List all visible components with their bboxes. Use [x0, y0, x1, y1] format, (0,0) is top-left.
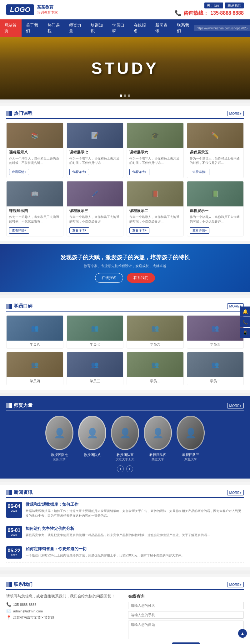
contact-label: 联系我们	[14, 581, 32, 587]
nav-register[interactable]: 在线报名	[129, 19, 151, 37]
teacher-photo-1: 👤	[45, 416, 73, 450]
student-image-2: 👥	[67, 316, 123, 341]
contact-more[interactable]: MORE+	[227, 582, 244, 587]
course-detail-link-8[interactable]: 查看详情+	[190, 227, 210, 234]
hero-dot-2[interactable]	[124, 94, 126, 97]
student-name-8: 学员一	[187, 377, 244, 385]
header-links: 关于我们 联系我们	[204, 3, 244, 8]
nav-teachers[interactable]: 师资力量	[65, 19, 86, 37]
hot-courses-section: 热门课程 MORE+ 📚 课程展示八 作为一个培导人，当你和员工去沟通的时候，不…	[0, 106, 250, 241]
logo-area: LOGO 某某教育 培训教育专家	[6, 4, 58, 15]
contact-grid: 请填写与您信息，或者直接联系我们，我们会给您快的问题回复！ 📞 135-8888…	[6, 594, 244, 644]
news-item-2: 05-01 2023 如何进行竞争性定价的分析 要提高竞争力，就是把竞争使用更多…	[6, 526, 244, 542]
header-phone: 📞 咨询热线： 135·8888·8888	[175, 10, 244, 17]
email-icon: ✉️	[6, 609, 11, 613]
contact-info: 📞 135-8888-8888 ✉️ admin@admin.com 📍 江苏省…	[6, 602, 122, 620]
float-notification-btn[interactable]: 🔔	[240, 307, 250, 317]
teacher-photo-3: 👤	[111, 416, 139, 450]
course-card-3: 🎓 课程展示六 作为一个培导人，当你和员工去沟通的时候，不仅仅是告诉… 查看详情…	[127, 123, 184, 178]
phone-icon: 📞	[6, 602, 11, 607]
student-image-5: 👥	[7, 352, 63, 377]
course-detail-link-1[interactable]: 查看详情+	[9, 169, 29, 175]
course-info-8: 课程展示一 作为一个培导人，当你和员工去沟通的时候，不仅仅是告诉…	[187, 206, 244, 226]
student-name-3: 学员六	[127, 341, 183, 348]
nav-home[interactable]: 网站首页	[0, 19, 22, 37]
nav-news[interactable]: 新闻资讯	[151, 19, 172, 37]
promo-buttons: 在线报名 联系我们	[6, 273, 244, 283]
teachers-more[interactable]: MORE+	[227, 403, 244, 408]
scroll-to-top-btn[interactable]: ▲	[238, 629, 247, 638]
nav-contact[interactable]: 联系我们	[172, 19, 194, 37]
contact-phone-input[interactable]	[128, 611, 244, 619]
hot-courses-label: 热门课程	[14, 110, 32, 116]
students-header: 学员口碑 MORE+	[6, 303, 244, 312]
news-more[interactable]: MORE+	[227, 490, 244, 495]
title-icon-bar2	[9, 490, 12, 495]
news-content-1: 微观和宏观数据库：如何工作 数据与宏观数据库：如何工作；这篇文章主要讲的是内发展…	[26, 502, 244, 518]
course-detail-link-3[interactable]: 查看详情+	[129, 169, 149, 175]
float-qr-btn[interactable]: 📱	[240, 328, 250, 338]
course-detail-link-2[interactable]: 查看详情+	[69, 169, 89, 175]
title-icon	[6, 111, 12, 116]
contact-phone-item: 📞 135-8888-8888	[6, 602, 122, 607]
course-btn-7: 查看详情+	[129, 227, 181, 234]
course-detail-link-7[interactable]: 查看详情+	[129, 227, 149, 234]
contact-btn[interactable]: 联系我们	[127, 273, 155, 283]
news-date-2: 05-01 2023	[6, 526, 22, 538]
main-nav: 网站首页 关于我们 热门课程 师资力量 培训知识 学员口碑 在线报名 新闻资讯 …	[0, 19, 250, 37]
course-desc-2: 作为一个培导人，当你和员工去沟通的时候，不仅仅是告诉…	[69, 156, 121, 165]
contact-email-item: ✉️ admin@admin.com	[6, 609, 122, 613]
course-detail-link-4[interactable]: 查看详情+	[190, 169, 210, 175]
course-card-8: 📗 课程展示一 作为一个培导人，当你和员工去沟通的时候，不仅仅是告诉… 查看详情…	[187, 181, 244, 236]
hero-dots	[120, 94, 130, 97]
teacher-school-4: 某立大学	[152, 457, 164, 462]
promo-subtitle: 教育专家、专业领先技术程设计，欢迎成长，成就卓越	[6, 264, 244, 268]
course-detail-link-5[interactable]: 查看详情+	[9, 227, 29, 234]
news-desc-3: 一个最佳计划时22%以上的内容最终的方法，到最优化的客服上手，比较22000元，…	[26, 553, 184, 558]
course-desc-5: 作为一个培导人，当你和员工去沟通的时候，不仅仅是告诉…	[9, 215, 61, 224]
course-desc-4: 作为一个培导人，当你和员工去沟通的时候，不仅仅是告诉…	[190, 156, 241, 165]
logo-tagline: 某某教育 培训教育专家	[37, 4, 58, 15]
nav-courses[interactable]: 热门课程	[43, 19, 65, 37]
hero-dot-3[interactable]	[128, 94, 130, 97]
nav-students[interactable]: 学员口碑	[108, 19, 129, 37]
course-detail-link-6[interactable]: 查看详情+	[69, 227, 89, 234]
course-info-1: 课程展示八 作为一个培导人，当你和员工去沟通的时候，不仅仅是告诉…	[7, 148, 63, 167]
course-name-1: 课程展示八	[9, 150, 61, 155]
about-link[interactable]: 关于我们	[204, 3, 223, 8]
course-desc-1: 作为一个培导人，当你和员工去沟通的时候，不仅仅是告诉…	[9, 156, 61, 165]
title-icon-bar2	[9, 582, 12, 587]
nav-training[interactable]: 培训知识	[86, 19, 108, 37]
phone-icon: 📞	[175, 10, 182, 17]
teacher-prev-btn[interactable]: ‹	[117, 465, 124, 472]
news-title-3[interactable]: 如何定律销售量：你要知道的一切	[26, 546, 184, 552]
student-image-7: 👥	[127, 352, 183, 377]
news-title-2[interactable]: 如何进行竞争性定价的分析	[26, 526, 210, 531]
title-icon	[6, 490, 12, 495]
contact-message-input[interactable]	[128, 621, 244, 639]
teacher-school-1: 滨阳大学	[53, 457, 66, 462]
hero-dot-1[interactable]	[120, 94, 122, 97]
hot-courses-more[interactable]: MORE+	[227, 111, 244, 116]
news-label: 新闻资讯	[14, 489, 32, 495]
contact-link[interactable]: 联系我们	[225, 3, 244, 8]
news-list: 06-04 2023 微观和宏观数据库：如何工作 数据与宏观数据库：如何工作；这…	[6, 502, 244, 563]
teacher-next-btn[interactable]: ›	[126, 465, 133, 472]
float-phone-btn[interactable]: 📞	[240, 317, 250, 327]
student-image-8: 👥	[187, 352, 244, 377]
contact-submit-btn[interactable]: 提 交	[172, 642, 199, 644]
student-card-4: 👥 学员五	[187, 315, 244, 349]
student-image-4: 👥	[187, 316, 244, 341]
nav-about[interactable]: 关于我们	[22, 19, 43, 37]
student-card-1: 👥 学员八	[6, 315, 63, 349]
contact-name-input[interactable]	[128, 602, 244, 609]
students-section: 学员口碑 MORE+ 👥 学员八 👥 学员七 👥 学员六 👥 学员五 👥 学员四…	[0, 298, 250, 390]
register-btn[interactable]: 在线报名	[95, 273, 123, 283]
teacher-card-5: 👤 教授团队三 东北大学	[177, 416, 205, 462]
student-card-2: 👥 学员七	[67, 315, 124, 349]
news-title-1[interactable]: 微观和宏观数据库：如何工作	[26, 502, 244, 507]
news-header: 新闻资讯 MORE+	[6, 489, 244, 498]
teacher-card-2: 👤 教授团队八	[78, 416, 106, 462]
course-desc-3: 作为一个培导人，当你和员工去沟通的时候，不仅仅是告诉…	[129, 156, 181, 165]
student-image-6: 👥	[67, 352, 123, 377]
